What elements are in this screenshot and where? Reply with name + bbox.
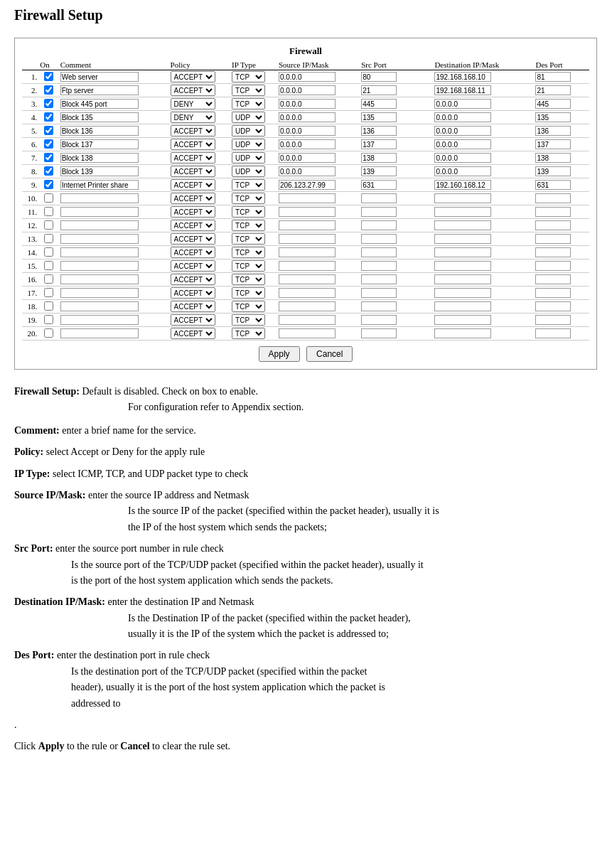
destip-input[interactable]	[434, 126, 491, 136]
source-ip-input[interactable]	[279, 85, 335, 95]
iptype-select[interactable]: TCPUDPICMP	[232, 125, 265, 136]
on-checkbox[interactable]	[44, 220, 53, 230]
on-checkbox[interactable]	[44, 85, 53, 95]
source-ip-input[interactable]	[279, 328, 335, 338]
on-checkbox[interactable]	[44, 274, 53, 284]
destip-input[interactable]	[434, 220, 491, 230]
policy-select[interactable]: ACCEPTDENY	[171, 220, 215, 231]
iptype-select[interactable]: TCPUDPICMP	[232, 260, 265, 272]
desport-input[interactable]	[535, 220, 571, 230]
destip-input[interactable]	[434, 193, 491, 203]
desport-input[interactable]	[535, 99, 571, 109]
policy-select[interactable]: ACCEPTDENY	[171, 85, 215, 96]
comment-input[interactable]	[60, 139, 139, 149]
destip-input[interactable]	[434, 112, 491, 122]
on-checkbox[interactable]	[44, 139, 53, 149]
srcport-input[interactable]	[361, 193, 397, 203]
desport-input[interactable]	[535, 328, 571, 338]
comment-input[interactable]	[60, 207, 139, 217]
destip-input[interactable]	[434, 234, 491, 244]
srcport-input[interactable]	[361, 261, 397, 271]
source-ip-input[interactable]	[279, 301, 335, 311]
source-ip-input[interactable]	[279, 180, 335, 190]
desport-input[interactable]	[535, 207, 571, 217]
on-checkbox[interactable]	[44, 234, 53, 243]
comment-input[interactable]	[60, 288, 139, 298]
destip-input[interactable]	[434, 139, 491, 149]
iptype-select[interactable]: TCPUDPICMP	[232, 314, 265, 326]
on-checkbox[interactable]	[44, 301, 53, 311]
comment-input[interactable]	[60, 274, 139, 284]
source-ip-input[interactable]	[279, 112, 335, 122]
source-ip-input[interactable]	[279, 261, 335, 271]
srcport-input[interactable]	[361, 315, 397, 325]
srcport-input[interactable]	[361, 207, 397, 217]
comment-input[interactable]	[60, 180, 139, 190]
desport-input[interactable]	[535, 193, 571, 203]
policy-select[interactable]: ACCEPTDENY	[171, 98, 215, 109]
comment-input[interactable]	[60, 99, 139, 109]
iptype-select[interactable]: TCPUDPICMP	[232, 220, 265, 231]
destip-input[interactable]	[434, 153, 491, 163]
iptype-select[interactable]: TCPUDPICMP	[232, 85, 265, 96]
source-ip-input[interactable]	[279, 247, 335, 257]
policy-select[interactable]: ACCEPTDENY	[171, 193, 215, 204]
policy-select[interactable]: ACCEPTDENY	[171, 125, 215, 136]
on-checkbox[interactable]	[44, 315, 53, 324]
desport-input[interactable]	[535, 139, 571, 149]
iptype-select[interactable]: TCPUDPICMP	[232, 328, 265, 339]
destip-input[interactable]	[434, 328, 491, 338]
cancel-button[interactable]: Cancel	[306, 346, 353, 362]
destip-input[interactable]	[434, 99, 491, 109]
srcport-input[interactable]	[361, 180, 397, 190]
srcport-input[interactable]	[361, 139, 397, 149]
policy-select[interactable]: ACCEPTDENY	[171, 314, 215, 326]
on-checkbox[interactable]	[44, 126, 53, 135]
srcport-input[interactable]	[361, 234, 397, 244]
desport-input[interactable]	[535, 315, 571, 325]
on-checkbox[interactable]	[44, 328, 53, 338]
on-checkbox[interactable]	[44, 99, 53, 108]
policy-select[interactable]: ACCEPTDENY	[171, 233, 215, 245]
policy-select[interactable]: ACCEPTDENY	[171, 139, 215, 150]
desport-input[interactable]	[535, 234, 571, 244]
source-ip-input[interactable]	[279, 207, 335, 217]
destip-input[interactable]	[434, 207, 491, 217]
policy-select[interactable]: ACCEPTDENY	[171, 260, 215, 272]
comment-input[interactable]	[60, 234, 139, 244]
destip-input[interactable]	[434, 288, 491, 298]
srcport-input[interactable]	[361, 274, 397, 284]
policy-select[interactable]: ACCEPTDENY	[171, 287, 215, 299]
iptype-select[interactable]: TCPUDPICMP	[232, 139, 265, 150]
on-checkbox[interactable]	[44, 72, 53, 81]
destip-input[interactable]	[434, 274, 491, 284]
desport-input[interactable]	[535, 112, 571, 122]
on-checkbox[interactable]	[44, 207, 53, 216]
policy-select[interactable]: ACCEPTDENY	[171, 328, 215, 339]
srcport-input[interactable]	[361, 112, 397, 122]
desport-input[interactable]	[535, 247, 571, 257]
policy-select[interactable]: ACCEPTDENY	[171, 179, 215, 191]
source-ip-input[interactable]	[279, 126, 335, 136]
destip-input[interactable]	[434, 72, 491, 82]
source-ip-input[interactable]	[279, 274, 335, 284]
destip-input[interactable]	[434, 85, 491, 95]
iptype-select[interactable]: TCPUDPICMP	[232, 247, 265, 258]
desport-input[interactable]	[535, 301, 571, 311]
destip-input[interactable]	[434, 166, 491, 176]
source-ip-input[interactable]	[279, 234, 335, 244]
comment-input[interactable]	[60, 247, 139, 257]
desport-input[interactable]	[535, 153, 571, 163]
srcport-input[interactable]	[361, 288, 397, 298]
policy-select[interactable]: ACCEPTDENY	[171, 112, 215, 123]
source-ip-input[interactable]	[279, 193, 335, 203]
srcport-input[interactable]	[361, 126, 397, 136]
desport-input[interactable]	[535, 166, 571, 176]
desport-input[interactable]	[535, 274, 571, 284]
comment-input[interactable]	[60, 126, 139, 136]
comment-input[interactable]	[60, 112, 139, 122]
iptype-select[interactable]: TCPUDPICMP	[232, 112, 265, 123]
policy-select[interactable]: ACCEPTDENY	[171, 206, 215, 218]
iptype-select[interactable]: TCPUDPICMP	[232, 166, 265, 177]
destip-input[interactable]	[434, 315, 491, 325]
